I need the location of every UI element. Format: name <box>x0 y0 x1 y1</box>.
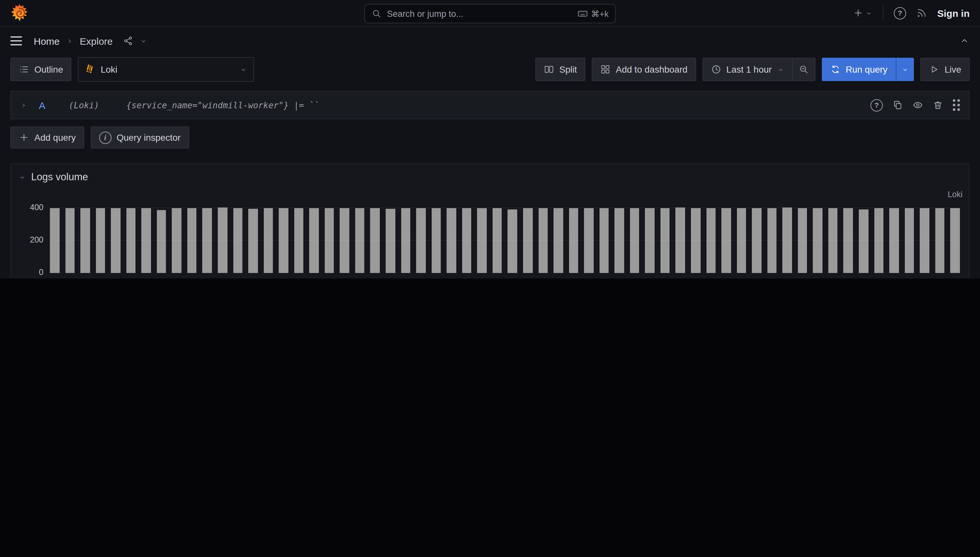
volume-bar <box>920 208 929 273</box>
breadcrumb-bar: Home Explore <box>0 26 980 55</box>
logs-volume-title: Logs volume <box>31 171 88 183</box>
volume-bar <box>126 208 135 273</box>
gridline <box>50 240 960 241</box>
x-axis-tick: 15:30 <box>760 278 781 278</box>
sign-in-link[interactable]: Sign in <box>937 7 970 18</box>
y-axis-tick: 400 <box>18 203 44 212</box>
x-axis-tick: 15:40 <box>912 278 932 278</box>
volume-bar <box>859 210 868 273</box>
copy-query-icon[interactable] <box>892 100 903 110</box>
volume-bar <box>340 208 349 273</box>
outline-label: Outline <box>34 64 63 75</box>
volume-bar <box>599 208 609 273</box>
volume-bar <box>767 208 777 273</box>
outline-list-icon <box>19 64 29 75</box>
outline-button[interactable]: Outline <box>10 58 72 81</box>
query-actions-row: Add query i Query inspector <box>10 127 970 148</box>
x-axis-tick: 15:10 <box>457 278 477 278</box>
topbar-actions: ? Sign in <box>853 6 970 20</box>
delete-query-trash-icon[interactable] <box>933 100 943 110</box>
menu-toggle-icon[interactable] <box>10 36 22 46</box>
run-query-button[interactable]: Run query <box>822 58 896 81</box>
datasource-picker[interactable]: Loki <box>78 57 254 82</box>
help-icon[interactable]: ? <box>894 7 906 19</box>
logs-volume-header[interactable]: Logs volume <box>11 164 969 183</box>
collapse-up-icon[interactable] <box>959 36 970 46</box>
chevron-down-icon[interactable] <box>140 37 147 44</box>
share-icon[interactable] <box>123 36 133 46</box>
grafana-explore-page: Search or jump to... ⌘+k ? Sign in Home <box>0 0 980 278</box>
breadcrumb-explore[interactable]: Explore <box>80 35 113 46</box>
volume-bar <box>111 208 120 273</box>
add-query-button[interactable]: Add query <box>10 127 84 148</box>
volume-bar <box>80 208 90 273</box>
drag-handle-icon[interactable] <box>953 99 960 111</box>
volume-bar <box>584 208 593 273</box>
volume-bar <box>309 208 319 273</box>
chevron-down-icon <box>777 66 784 73</box>
topbar-divider <box>883 6 883 20</box>
volume-bar <box>523 208 533 273</box>
chart-series-label: Loki <box>947 190 962 199</box>
query-expression-input[interactable]: {service_name="windmill-worker"} |= `` <box>127 100 319 110</box>
split-button[interactable]: Split <box>535 58 585 81</box>
top-nav-bar: Search or jump to... ⌘+k ? Sign in <box>0 0 980 26</box>
add-to-dashboard-label: Add to dashboard <box>616 64 687 75</box>
volume-bar <box>248 209 258 273</box>
volume-bar <box>187 208 197 273</box>
run-query-options-button[interactable] <box>896 58 914 81</box>
time-range-picker[interactable]: Last 1 hour <box>703 59 792 80</box>
x-axis-tick: 14:50 <box>154 278 174 278</box>
breadcrumb-home[interactable]: Home <box>34 35 60 46</box>
zoom-out-icon <box>798 64 809 75</box>
time-range-group: Last 1 hour <box>702 58 815 81</box>
collapse-query-icon[interactable] <box>20 101 27 109</box>
new-menu-button[interactable] <box>853 8 873 18</box>
volume-bar <box>660 208 670 273</box>
logs-volume-chart[interactable]: 020040014:4514:5014:5515:0015:0515:1015:… <box>50 202 960 273</box>
breadcrumb-separator-icon <box>66 37 73 44</box>
news-rss-icon[interactable] <box>917 8 927 18</box>
x-axis-tick: 15:15 <box>533 278 553 278</box>
volume-bar <box>172 208 182 273</box>
volume-bar <box>263 208 273 273</box>
gridline <box>50 207 960 208</box>
grafana-logo[interactable] <box>10 4 29 22</box>
zoom-out-button[interactable] <box>792 59 814 80</box>
volume-bar <box>736 208 746 273</box>
volume-bar <box>355 208 364 273</box>
volume-bar <box>141 208 151 273</box>
logs-volume-panel: Logs volume Loki 020040014:4514:5014:551… <box>10 163 970 278</box>
query-ref-id[interactable]: A <box>39 99 46 111</box>
volume-bar <box>279 208 288 273</box>
query-help-icon[interactable]: ? <box>871 99 883 111</box>
live-label: Live <box>945 64 961 75</box>
sync-icon <box>830 64 840 75</box>
volume-bar <box>798 208 807 273</box>
chart-bars <box>50 202 960 273</box>
run-query-label: Run query <box>845 64 887 75</box>
volume-bar <box>828 208 838 273</box>
loki-logo-icon <box>85 64 96 75</box>
volume-bar <box>477 208 487 273</box>
time-range-label: Last 1 hour <box>726 64 772 75</box>
volume-bar <box>722 208 731 273</box>
volume-bar <box>65 208 75 273</box>
query-inspector-label: Query inspector <box>117 132 181 143</box>
live-button[interactable]: Live <box>921 58 970 81</box>
volume-bar <box>431 208 441 273</box>
explore-main: Outline Loki Split <box>0 58 980 278</box>
toggle-visibility-eye-icon[interactable] <box>913 100 923 110</box>
run-query-split-button: Run query <box>822 58 914 81</box>
query-editor-row: A (Loki) {service_name="windmill-worker"… <box>10 91 970 119</box>
shortcut-text: ⌘+k <box>591 9 609 18</box>
volume-bar <box>874 208 883 273</box>
volume-bar <box>889 208 899 273</box>
search-input[interactable]: Search or jump to... ⌘+k <box>364 4 616 23</box>
volume-bar <box>935 208 944 273</box>
add-to-dashboard-button[interactable]: Add to dashboard <box>592 58 696 81</box>
plus-icon <box>853 8 863 18</box>
query-inspector-button[interactable]: i Query inspector <box>91 127 189 148</box>
toolbar-right-group: Split Add to dashboard Last 1 hour <box>535 58 970 81</box>
x-axis-tick: 15:25 <box>684 278 705 278</box>
